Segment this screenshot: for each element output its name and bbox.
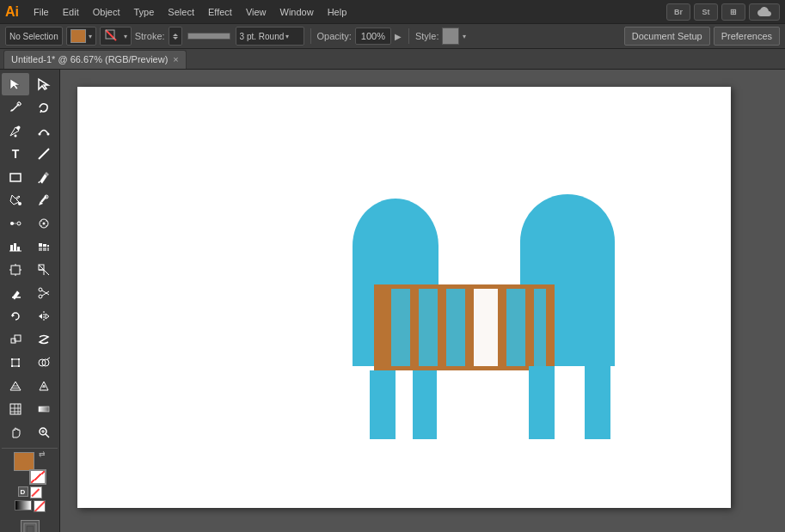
- menu-select[interactable]: Select: [162, 5, 200, 19]
- style-swatch[interactable]: [442, 28, 459, 45]
- svg-point-19: [10, 222, 14, 225]
- pencil-tool[interactable]: [30, 166, 58, 188]
- canvas-area[interactable]: [60, 70, 785, 532]
- rotate-icon: [9, 309, 22, 323]
- magic-wand-tool[interactable]: [2, 96, 29, 119]
- menu-file[interactable]: File: [28, 5, 55, 19]
- direct-selection-tool[interactable]: [30, 73, 58, 95]
- document-setup-button[interactable]: Document Setup: [624, 27, 710, 46]
- fill-control[interactable]: ▾: [66, 27, 96, 46]
- gradient-icon: [37, 402, 51, 416]
- warp-tool[interactable]: [30, 328, 58, 351]
- stroke-stepper[interactable]: [169, 27, 182, 46]
- shape-builder-tool[interactable]: [30, 352, 58, 374]
- line-segment-tool[interactable]: [30, 143, 58, 165]
- perspective-selection-tool[interactable]: [30, 375, 58, 397]
- stock-icon-btn[interactable]: St: [694, 3, 718, 21]
- menu-edit[interactable]: Edit: [57, 5, 85, 19]
- perspective-grid-tool[interactable]: [2, 375, 29, 397]
- type-tool[interactable]: T: [2, 143, 29, 165]
- svg-rect-30: [17, 247, 20, 251]
- preferences-button[interactable]: Preferences: [714, 27, 780, 46]
- menu-object[interactable]: Object: [87, 5, 126, 19]
- scissors-tool[interactable]: [30, 282, 58, 304]
- selection-indicator[interactable]: No Selection: [5, 27, 63, 46]
- svg-rect-15: [10, 174, 21, 181]
- svg-rect-67: [10, 404, 21, 414]
- hand-tool[interactable]: [2, 421, 29, 443]
- selection-label: No Selection: [9, 32, 58, 41]
- line-segment-icon: [37, 147, 51, 161]
- svg-point-26: [40, 225, 42, 227]
- toolbar-separator-2: [408, 28, 409, 44]
- stacked-bar-tool[interactable]: [30, 235, 58, 258]
- slice-tool[interactable]: [30, 259, 58, 281]
- column-graph-icon: [9, 240, 22, 254]
- menu-type[interactable]: Type: [128, 5, 161, 19]
- width-dropdown[interactable]: 3 pt. Round ▾: [236, 27, 304, 46]
- paint-bucket-tool[interactable]: [2, 189, 29, 211]
- grid-icon-btn[interactable]: ⊞: [721, 3, 745, 21]
- svg-line-14: [39, 149, 49, 159]
- selection-tool[interactable]: [2, 73, 29, 95]
- tool-row-2: [2, 96, 58, 119]
- opacity-arrow[interactable]: ▶: [394, 28, 402, 45]
- magic-wand-icon: [9, 101, 22, 114]
- gradient-fill-button[interactable]: [15, 500, 32, 511]
- svg-line-9: [20, 102, 21, 103]
- layer-button[interactable]: [16, 520, 44, 532]
- cloud-icon-btn[interactable]: [749, 3, 780, 21]
- menu-help[interactable]: Help: [322, 5, 353, 19]
- stroke-color-box[interactable]: [29, 469, 46, 485]
- svg-rect-57: [18, 358, 20, 360]
- tool-row-4: T: [2, 143, 58, 165]
- document-tab[interactable]: Untitled-1* @ 66.67% (RGB/Preview) ×: [3, 50, 187, 69]
- zoom-tool[interactable]: [30, 421, 58, 443]
- tab-close-button[interactable]: ×: [173, 54, 178, 64]
- lasso-tool[interactable]: [30, 96, 58, 119]
- blend-tool[interactable]: [2, 212, 29, 235]
- default-colors-button[interactable]: D: [18, 486, 28, 497]
- menu-effect[interactable]: Effect: [202, 5, 238, 19]
- none-color-button[interactable]: [30, 486, 42, 498]
- symbol-sprayer-tool[interactable]: [30, 212, 58, 235]
- fill-color-box[interactable]: [14, 452, 34, 471]
- column-graph-tool[interactable]: [2, 235, 29, 258]
- menu-view[interactable]: View: [240, 5, 273, 19]
- scale-tool[interactable]: [2, 328, 29, 351]
- no-fill-button[interactable]: [34, 500, 46, 512]
- svg-point-46: [39, 295, 42, 298]
- stroke-icon: [104, 28, 121, 44]
- artboard-tool[interactable]: [2, 259, 29, 281]
- tab-bar: Untitled-1* @ 66.67% (RGB/Preview) ×: [0, 49, 785, 70]
- app-logo: Ai: [5, 4, 19, 20]
- eraser-icon: [9, 286, 22, 300]
- scissors-icon: [37, 286, 51, 300]
- free-transform-tool[interactable]: [2, 352, 29, 374]
- menu-window[interactable]: Window: [274, 5, 320, 19]
- zoom-icon: [37, 425, 51, 439]
- curvature-tool[interactable]: [30, 119, 58, 142]
- eyedropper-icon: [37, 193, 51, 207]
- rotate-tool[interactable]: [2, 305, 29, 327]
- opacity-input[interactable]: [355, 28, 391, 45]
- bridge-icon-btn[interactable]: Br: [666, 3, 690, 21]
- curvature-icon: [37, 124, 51, 138]
- svg-point-45: [39, 288, 42, 291]
- stroke-control[interactable]: ▾: [100, 27, 132, 46]
- eraser-tool[interactable]: [2, 282, 29, 304]
- pen-tool[interactable]: [2, 119, 29, 142]
- rectangle-tool[interactable]: [2, 166, 29, 188]
- reflect-tool[interactable]: [30, 305, 58, 327]
- svg-rect-32: [39, 243, 42, 247]
- eyedropper-tool[interactable]: [30, 189, 58, 211]
- svg-rect-33: [39, 248, 42, 251]
- svg-rect-58: [11, 365, 13, 367]
- gradient-tool[interactable]: [30, 398, 58, 420]
- svg-point-12: [39, 133, 41, 136]
- swap-colors-button[interactable]: ⇄: [39, 449, 49, 460]
- layers-svg: [21, 521, 39, 532]
- svg-marker-51: [39, 314, 42, 319]
- mesh-tool[interactable]: [2, 398, 29, 420]
- style-label: Style:: [415, 31, 439, 41]
